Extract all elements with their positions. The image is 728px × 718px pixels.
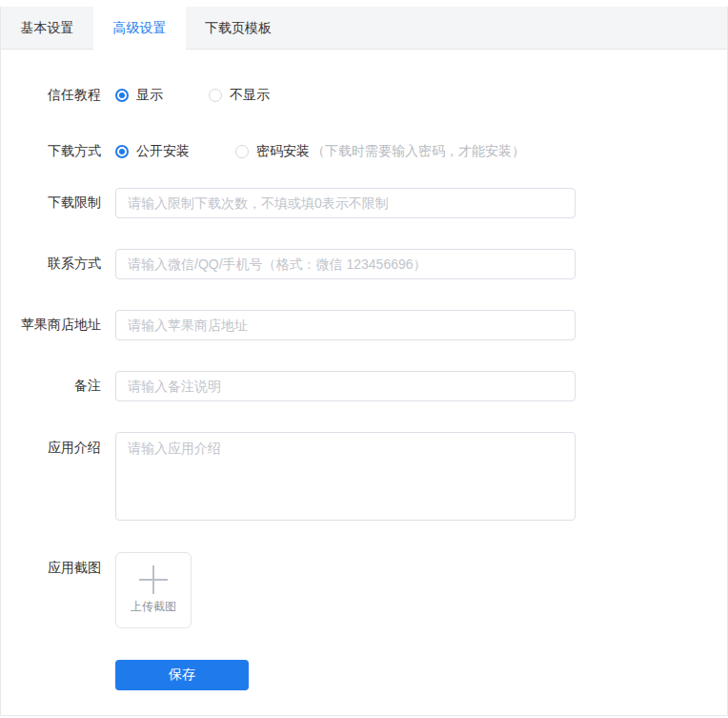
password-install-hint: （下载时需要输入密码，才能安装） [312,143,525,160]
trust-tutorial-radio-group: 显示 不显示 [115,87,576,104]
form-row-app-store-url: 苹果商店地址 [1,310,727,340]
contact-input[interactable] [115,249,576,279]
form-row-trust-tutorial: 信任教程 显示 不显示 [1,85,727,106]
radio-hide[interactable]: 不显示 [209,87,270,104]
form-row-download-limit: 下载限制 [1,188,727,218]
app-store-url-label: 苹果商店地址 [1,317,115,334]
radio-public-install-label: 公开安装 [136,143,190,160]
app-intro-textarea[interactable] [115,432,576,521]
app-intro-label: 应用介绍 [1,432,115,457]
settings-panel: 基本设置 高级设置 下载页模板 信任教程 显示 不显示 下载方式 [0,7,728,716]
radio-unselected-icon [235,145,249,158]
remark-label: 备注 [1,378,115,395]
app-screenshot-label: 应用截图 [1,552,115,577]
radio-show-label: 显示 [136,87,163,104]
radio-selected-icon [115,145,129,158]
radio-password-install-label: 密码安装 [256,143,310,160]
form-row-download-method: 下载方式 公开安装 密码安装 （下载时需要输入密码，才能安装） [1,141,727,162]
download-limit-label: 下载限制 [1,195,115,212]
form-row-contact: 联系方式 [1,249,727,279]
radio-public-install[interactable]: 公开安装 [115,143,190,160]
advanced-settings-form: 信任教程 显示 不显示 下载方式 公开安装 [1,50,727,690]
form-row-app-intro: 应用介绍 [1,432,727,523]
form-row-save: 保存 [1,660,727,690]
trust-tutorial-label: 信任教程 [1,87,115,104]
app-store-url-input[interactable] [115,310,576,340]
tab-download-page-template[interactable]: 下载页模板 [186,7,291,50]
download-method-radio-group: 公开安装 密码安装 （下载时需要输入密码，才能安装） [115,143,525,160]
download-limit-input[interactable] [115,188,576,218]
form-row-remark: 备注 [1,371,727,401]
radio-hide-label: 不显示 [230,87,270,104]
upload-screenshot-button[interactable]: 上传截图 [115,552,192,628]
radio-password-install[interactable]: 密码安装 （下载时需要输入密码，才能安装） [235,143,525,160]
radio-show[interactable]: 显示 [115,87,163,104]
contact-label: 联系方式 [1,256,115,273]
radio-unselected-icon [209,89,222,102]
save-button[interactable]: 保存 [115,660,249,690]
tab-bar: 基本设置 高级设置 下载页模板 [1,7,727,50]
plus-icon [139,565,168,594]
form-row-app-screenshot: 应用截图 上传截图 [1,552,727,628]
upload-screenshot-text: 上传截图 [131,599,176,615]
tab-basic-settings[interactable]: 基本设置 [1,7,93,50]
download-method-label: 下载方式 [1,143,115,160]
radio-selected-icon [115,89,129,102]
remark-input[interactable] [115,371,576,401]
tab-advanced-settings[interactable]: 高级设置 [93,7,186,50]
